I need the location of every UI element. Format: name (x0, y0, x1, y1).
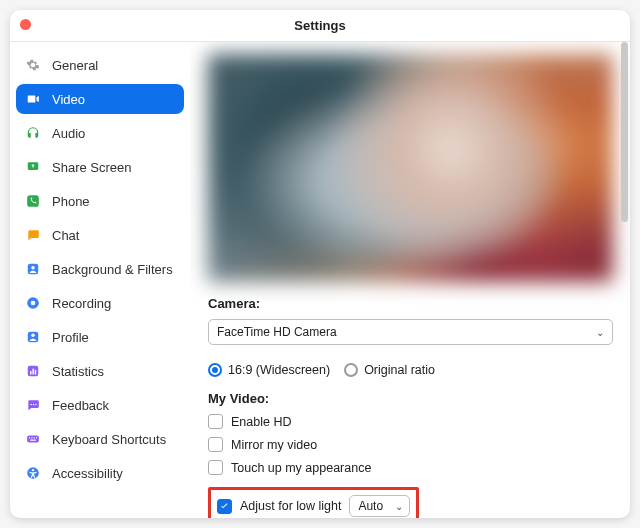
camera-select-value: FaceTime HD Camera (217, 325, 337, 339)
sidebar-item-chat[interactable]: Chat (16, 220, 184, 250)
low-light-mode-value: Auto (358, 499, 383, 513)
scrollbar[interactable] (621, 42, 628, 510)
low-light-highlight: Adjust for low light Auto ⌄ (208, 487, 419, 518)
chat-icon (24, 226, 42, 244)
aspect-ratio-group: 16:9 (Widescreen) Original ratio (208, 355, 612, 385)
scrollbar-thumb[interactable] (621, 42, 628, 222)
svg-rect-11 (35, 370, 36, 375)
svg-rect-10 (32, 369, 33, 375)
sidebar: General Video Audio Share Screen (10, 42, 190, 518)
chevron-down-icon: ⌄ (596, 327, 604, 338)
touch-up-option[interactable]: Touch up my appearance (208, 460, 612, 475)
mirror-video-label: Mirror my video (231, 438, 317, 452)
svg-rect-1 (27, 195, 39, 207)
svg-point-3 (31, 266, 35, 270)
my-video-section-label: My Video: (208, 391, 612, 406)
sidebar-item-feedback[interactable]: Feedback (16, 390, 184, 420)
camera-section-label: Camera: (208, 296, 612, 311)
window-controls (20, 19, 31, 30)
sidebar-item-share-screen[interactable]: Share Screen (16, 152, 184, 182)
sidebar-item-accessibility[interactable]: Accessibility (16, 458, 184, 488)
window-title: Settings (294, 18, 345, 33)
sidebar-item-label: Chat (52, 228, 79, 243)
svg-rect-20 (30, 440, 36, 441)
background-filters-icon (24, 260, 42, 278)
enable-hd-option[interactable]: Enable HD (208, 414, 612, 429)
svg-rect-17 (31, 437, 32, 438)
sidebar-item-label: Profile (52, 330, 89, 345)
svg-point-14 (35, 404, 37, 406)
mirror-video-option[interactable]: Mirror my video (208, 437, 612, 452)
profile-icon (24, 328, 42, 346)
svg-rect-19 (36, 437, 37, 438)
svg-rect-16 (29, 437, 30, 438)
statistics-icon (24, 362, 42, 380)
headphones-icon (24, 124, 42, 142)
adjust-low-light-label: Adjust for low light (240, 499, 341, 513)
sidebar-item-label: Statistics (52, 364, 104, 379)
checkbox-icon (217, 499, 232, 514)
sidebar-item-label: Accessibility (52, 466, 123, 481)
accessibility-icon (24, 464, 42, 482)
sidebar-item-label: Background & Filters (52, 262, 173, 277)
sidebar-item-label: Audio (52, 126, 85, 141)
sidebar-item-label: General (52, 58, 98, 73)
radio-icon (344, 363, 358, 377)
ratio-widescreen-label: 16:9 (Widescreen) (228, 363, 330, 377)
video-icon (24, 90, 42, 108)
sidebar-item-statistics[interactable]: Statistics (16, 356, 184, 386)
sidebar-item-label: Phone (52, 194, 90, 209)
touch-up-label: Touch up my appearance (231, 461, 371, 475)
settings-window: Settings General Video Audio (10, 10, 630, 518)
radio-icon (208, 363, 222, 377)
svg-rect-15 (27, 436, 39, 443)
chevron-down-icon: ⌄ (395, 501, 403, 512)
content-pane: Camera: FaceTime HD Camera ⌄ 16:9 (Wides… (190, 42, 630, 518)
svg-point-7 (31, 334, 35, 338)
sidebar-item-phone[interactable]: Phone (16, 186, 184, 216)
svg-rect-9 (30, 371, 31, 375)
sidebar-item-recording[interactable]: Recording (16, 288, 184, 318)
share-screen-icon (24, 158, 42, 176)
sidebar-item-profile[interactable]: Profile (16, 322, 184, 352)
gear-icon (24, 56, 42, 74)
checkbox-icon (208, 460, 223, 475)
sidebar-item-keyboard-shortcuts[interactable]: Keyboard Shortcuts (16, 424, 184, 454)
svg-point-22 (32, 469, 34, 471)
low-light-mode-select[interactable]: Auto ⌄ (349, 495, 410, 517)
settings-body: General Video Audio Share Screen (10, 42, 630, 518)
enable-hd-label: Enable HD (231, 415, 291, 429)
ratio-original-label: Original ratio (364, 363, 435, 377)
checkbox-icon (208, 414, 223, 429)
sidebar-item-label: Share Screen (52, 160, 132, 175)
svg-point-12 (30, 404, 32, 406)
sidebar-item-audio[interactable]: Audio (16, 118, 184, 148)
phone-icon (24, 192, 42, 210)
video-preview (208, 54, 613, 282)
adjust-low-light-option[interactable]: Adjust for low light (217, 499, 341, 514)
close-window-button[interactable] (20, 19, 31, 30)
sidebar-item-label: Feedback (52, 398, 109, 413)
svg-point-5 (31, 301, 36, 306)
titlebar: Settings (10, 10, 630, 42)
sidebar-item-video[interactable]: Video (16, 84, 184, 114)
sidebar-item-label: Keyboard Shortcuts (52, 432, 166, 447)
checkbox-icon (208, 437, 223, 452)
svg-rect-18 (34, 437, 35, 438)
ratio-widescreen-option[interactable]: 16:9 (Widescreen) (208, 363, 330, 377)
sidebar-item-general[interactable]: General (16, 50, 184, 80)
camera-select[interactable]: FaceTime HD Camera ⌄ (208, 319, 613, 345)
ratio-original-option[interactable]: Original ratio (344, 363, 435, 377)
keyboard-icon (24, 430, 42, 448)
sidebar-item-label: Recording (52, 296, 111, 311)
recording-icon (24, 294, 42, 312)
feedback-icon (24, 396, 42, 414)
sidebar-item-label: Video (52, 92, 85, 107)
svg-point-13 (33, 404, 35, 406)
sidebar-item-background-filters[interactable]: Background & Filters (16, 254, 184, 284)
